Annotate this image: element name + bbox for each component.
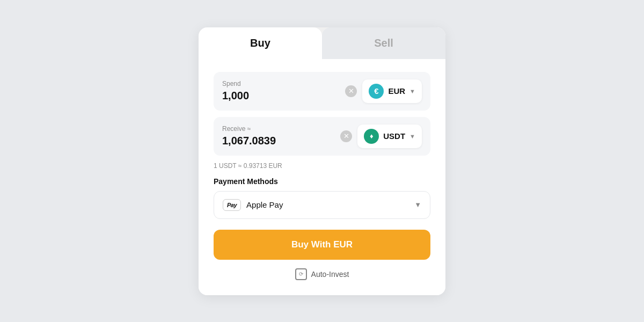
payment-method-name: Apple Pay	[246, 200, 409, 209]
receive-currency-selector[interactable]: ♦ USDT ▼	[357, 125, 422, 148]
auto-invest-link[interactable]: ⟳ Auto-Invest	[214, 268, 430, 280]
card-body: Spend 1,000 ✕ € EUR ▼ Receive ≈ 1,067.08…	[199, 59, 445, 295]
buy-button[interactable]: Buy With EUR	[214, 230, 430, 260]
receive-value[interactable]: 1,067.0839	[222, 135, 335, 147]
spend-currency-chevron-icon: ▼	[409, 88, 415, 94]
eur-icon: €	[369, 84, 384, 99]
auto-invest-icon: ⟳	[295, 268, 307, 280]
tabs-container: Buy Sell	[199, 27, 445, 59]
spend-row: Spend 1,000 ✕ € EUR ▼	[214, 72, 430, 111]
receive-row: Receive ≈ 1,067.0839 ✕ ♦ USDT ▼	[214, 117, 430, 156]
spend-label: Spend	[222, 80, 340, 87]
payment-chevron-icon: ▼	[414, 201, 421, 209]
tab-sell[interactable]: Sell	[322, 27, 445, 59]
exchange-rate: 1 USDT ≈ 0.93713 EUR	[214, 162, 430, 170]
receive-clear-button[interactable]: ✕	[340, 130, 352, 142]
auto-invest-label: Auto-Invest	[311, 270, 349, 279]
receive-input-group: Receive ≈ 1,067.0839	[222, 125, 335, 147]
spend-input-group: Spend 1,000	[222, 80, 340, 102]
tab-buy[interactable]: Buy	[199, 27, 322, 59]
spend-clear-button[interactable]: ✕	[345, 85, 357, 97]
receive-currency-label: USDT	[383, 131, 405, 141]
spend-currency-selector[interactable]: € EUR ▼	[362, 79, 422, 103]
spend-value[interactable]: 1,000	[222, 90, 340, 102]
spend-currency-label: EUR	[388, 86, 405, 96]
payment-method-selector[interactable]: Pay Apple Pay ▼	[214, 191, 430, 219]
main-card: Buy Sell Spend 1,000 ✕ € EUR ▼ Receive ≈…	[199, 27, 445, 295]
apple-pay-badge: Pay	[223, 199, 241, 211]
receive-currency-chevron-icon: ▼	[409, 133, 415, 140]
receive-label: Receive ≈	[222, 125, 335, 133]
usdt-icon: ♦	[364, 129, 379, 144]
payment-section-label: Payment Methods	[214, 177, 430, 186]
